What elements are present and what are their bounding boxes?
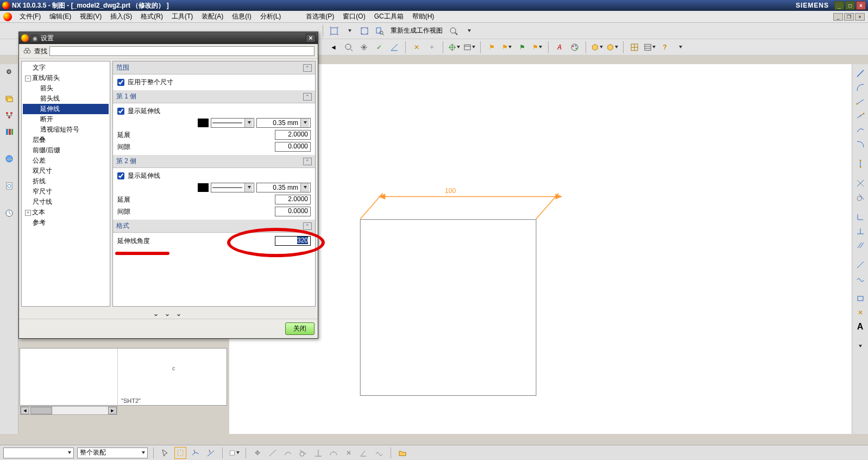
cursor-surface-icon[interactable] [190, 447, 202, 459]
ext-angle-input[interactable]: 320 [275, 236, 311, 246]
side2-linetype-combo[interactable] [211, 183, 254, 192]
chevron-up-icon[interactable]: ⌃ [303, 222, 312, 230]
cross2-icon[interactable]: ✕ [854, 307, 866, 319]
arc2-icon[interactable] [854, 124, 866, 136]
gear-icon[interactable]: ⚙ [3, 65, 16, 78]
menu-format[interactable]: 格式(R) [136, 11, 167, 22]
side1-thickness-combo[interactable]: 0.35 mm [256, 118, 311, 128]
sheet-tab[interactable]: "SHT2" [121, 397, 141, 404]
tree-item-narrow[interactable]: 窄尺寸 [23, 187, 109, 197]
books-icon[interactable] [3, 125, 16, 138]
cursor-edge-icon[interactable] [205, 447, 217, 459]
layers-icon[interactable] [3, 92, 16, 105]
flag4-icon[interactable]: ⚑ [531, 41, 544, 54]
flag1-icon[interactable]: ⚑ [485, 41, 498, 54]
side1-extend-input[interactable]: 2.0000 [275, 130, 311, 140]
menu-help[interactable]: 帮助(H) [408, 11, 439, 22]
nav-angle-icon[interactable] [358, 447, 370, 459]
side2-gap-input[interactable]: 0.0000 [275, 207, 311, 216]
menu-file[interactable]: 文件(F) [15, 11, 45, 22]
angle-icon[interactable] [388, 41, 401, 54]
clock-icon[interactable] [3, 207, 16, 220]
tree-item-arrowline[interactable]: 箭头线 [23, 94, 109, 104]
status-combo-1[interactable] [3, 447, 74, 458]
side1-color-swatch[interactable] [198, 119, 209, 127]
maximize-button[interactable]: □ [845, 1, 855, 10]
grid2-icon[interactable] [643, 41, 656, 54]
tree-item-stacking[interactable]: 层叠 [23, 135, 109, 145]
tree-item-text[interactable]: 文字 [23, 63, 109, 73]
pointer-icon[interactable] [159, 447, 171, 459]
tb-dropdown-2[interactable] [462, 24, 475, 38]
tangent-icon[interactable] [854, 191, 866, 203]
pan-icon[interactable] [357, 41, 370, 54]
menu-info[interactable]: 信息(I) [228, 11, 255, 22]
chevron-up-icon[interactable]: ⌃ [303, 158, 312, 165]
tb-dropdown-end[interactable] [674, 41, 687, 54]
drawing-canvas[interactable]: 100 [229, 64, 852, 434]
scroll-right-button[interactable]: ► [108, 407, 117, 414]
target-icon[interactable] [448, 41, 461, 54]
chevron-up-icon[interactable]: ⌃ [303, 93, 312, 101]
nav-perp-icon[interactable] [312, 447, 324, 459]
minimize-button[interactable]: _ [834, 1, 844, 10]
wave-icon[interactable] [854, 273, 866, 285]
box1-icon[interactable] [590, 41, 603, 54]
flag3-icon[interactable]: ⚑ [515, 41, 529, 54]
check-icon[interactable]: ✓ [373, 41, 386, 54]
tree-item-foreshorten[interactable]: 透视缩短符号 [23, 125, 109, 135]
collapse-icon[interactable]: − [25, 76, 31, 82]
tree-item-reference[interactable]: 参考 [23, 217, 109, 228]
menu-prefs[interactable]: 首选项(P) [301, 11, 338, 22]
menu-insert[interactable]: 插入(S) [106, 11, 136, 22]
rect-icon[interactable] [854, 293, 866, 304]
menu-tools[interactable]: 工具(T) [167, 11, 197, 22]
menu-edit[interactable]: 编辑(E) [45, 11, 76, 22]
line2-icon[interactable] [854, 96, 866, 108]
box2-icon[interactable] [606, 41, 619, 54]
tree-item-break[interactable]: 断开 [23, 114, 109, 125]
window-icon[interactable] [463, 41, 476, 54]
select-box-icon[interactable] [174, 447, 186, 459]
parallel-icon[interactable] [854, 239, 866, 251]
tree-item-dual[interactable]: 双尺寸 [23, 166, 109, 176]
section-range-header[interactable]: 范围⌃ [113, 61, 315, 74]
find-input[interactable] [49, 46, 315, 56]
nav-semi-icon[interactable] [328, 447, 339, 459]
tree-item-extension[interactable]: 延伸线 [23, 104, 109, 114]
fit-view-icon[interactable] [328, 24, 341, 38]
scroll-left-button[interactable]: ◄ [21, 407, 29, 414]
side1-gap-input[interactable]: 0.0000 [275, 142, 311, 152]
side1-show-checkbox[interactable] [117, 108, 124, 115]
magnify-icon[interactable] [447, 24, 460, 38]
zoom-window-icon[interactable] [373, 24, 386, 38]
section-side1-header[interactable]: 第 1 侧⌃ [113, 90, 315, 103]
settings-tree[interactable]: 文字 −直线/箭头 箭头 箭头线 延伸线 断开 透视缩短符号 层叠 前缀/后缀 … [21, 61, 110, 307]
menu-gctoolbox[interactable]: GC工具箱 [370, 11, 408, 22]
menu-assembly[interactable]: 装配(A) [197, 11, 228, 22]
doc-minimize-button[interactable]: _ [833, 13, 843, 21]
plus-icon[interactable]: + [425, 41, 438, 54]
zoom-region-icon[interactable] [358, 24, 371, 38]
doc-close-button[interactable]: × [855, 13, 865, 21]
letter-a-icon[interactable]: A [854, 321, 866, 333]
nav-wave-icon[interactable] [373, 447, 385, 459]
line4-icon[interactable] [854, 259, 866, 271]
palette-icon[interactable] [568, 41, 581, 54]
dialog-close-button[interactable]: × [306, 34, 316, 42]
perp-icon[interactable] [854, 225, 866, 237]
side2-show-checkbox[interactable] [117, 172, 124, 179]
regen-workview-label[interactable]: 重新生成工作视图 [388, 26, 445, 35]
tree-item-dimline[interactable]: 尺寸线 [23, 197, 109, 207]
side2-color-swatch[interactable] [198, 183, 209, 192]
tree-icon[interactable] [3, 109, 16, 122]
section-side2-header[interactable]: 第 2 侧⌃ [113, 155, 315, 168]
tree-item-tolerance[interactable]: 公差 [23, 156, 109, 166]
sheet-icon[interactable] [228, 447, 240, 459]
arrow-down-icon[interactable] [854, 340, 866, 352]
scroll-thumb[interactable] [30, 407, 52, 414]
zoom-icon[interactable] [342, 41, 355, 54]
cross-icon[interactable]: ✕ [410, 41, 423, 54]
side2-extend-input[interactable]: 2.0000 [275, 195, 311, 204]
nav-cross-icon[interactable]: ✕ [343, 447, 355, 459]
